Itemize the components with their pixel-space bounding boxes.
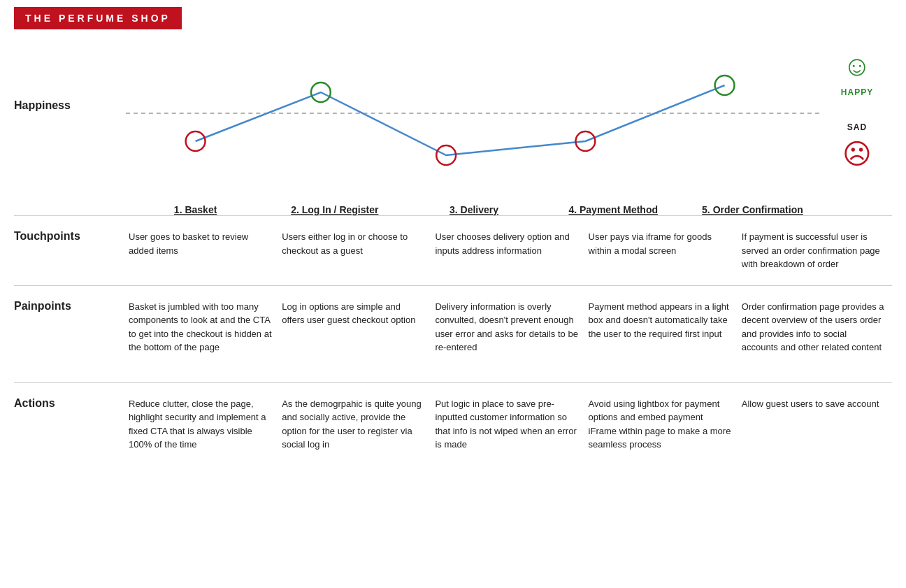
sad-emoji: ☹ bbox=[842, 138, 872, 170]
painpoints-cell-2: Log in options are simple and offers use… bbox=[279, 297, 432, 357]
touchpoints-cell-3: User chooses delivery option and inputs … bbox=[432, 227, 585, 274]
actions-row: Actions Reduce clutter, close the page, … bbox=[14, 382, 892, 466]
chart-area bbox=[126, 43, 822, 197]
logo-box: THE PERFUME SHOP bbox=[14, 7, 182, 29]
painpoints-cell-5: Order confirmation page provides a decen… bbox=[739, 297, 892, 357]
happy-emoji: ☺ bbox=[843, 50, 872, 82]
happiness-label: Happiness bbox=[14, 43, 126, 112]
touchpoints-cell-4: User pays via iframe for goods within a … bbox=[586, 227, 739, 274]
actions-cell-5: Allow guest users to save account bbox=[739, 394, 892, 454]
header: THE PERFUME SHOP bbox=[0, 0, 906, 36]
actions-cell-3: Put logic in place to save pre-inputted … bbox=[432, 394, 585, 454]
happy-label: HAPPY bbox=[841, 87, 873, 97]
happiness-row: Happiness ☺ bbox=[14, 43, 892, 197]
painpoints-cell-1: Basket is jumbled with too many componen… bbox=[126, 297, 279, 357]
painpoints-cell-4: Payment method appears in a light box an… bbox=[586, 297, 739, 357]
step-label-5: 5. Order Confirmation bbox=[702, 204, 803, 215]
step-col-4: 4. Payment Method bbox=[544, 204, 683, 215]
actions-cell-1: Reduce clutter, close the page, highligh… bbox=[126, 394, 279, 454]
main-content: Happiness ☺ bbox=[0, 36, 906, 480]
svg-point-5 bbox=[715, 76, 735, 95]
touchpoints-cell-1: User goes to basket to review added item… bbox=[126, 227, 279, 274]
step-col-5: 5. Order Confirmation bbox=[683, 204, 822, 215]
step-label-2: 2. Log In / Register bbox=[291, 204, 378, 215]
sad-label: SAD bbox=[847, 122, 867, 132]
painpoints-content: Basket is jumbled with too many componen… bbox=[126, 297, 892, 357]
step-label-3: 3. Delivery bbox=[450, 204, 498, 215]
happiness-chart bbox=[126, 43, 822, 197]
touchpoints-content: User goes to basket to review added item… bbox=[126, 227, 892, 274]
touchpoints-row: Touchpoints User goes to basket to revie… bbox=[14, 215, 892, 285]
actions-cell-4: Avoid using lightbox for payment options… bbox=[586, 394, 739, 454]
step-label-1: 1. Basket bbox=[174, 204, 217, 215]
actions-label: Actions bbox=[14, 394, 126, 454]
painpoints-row: Painpoints Basket is jumbled with too ma… bbox=[14, 285, 892, 368]
logo-text: THE PERFUME SHOP bbox=[25, 13, 171, 24]
touchpoints-cell-2: Users either log in or choose to checkou… bbox=[279, 227, 432, 274]
actions-cell-2: As the demogrpahic is quite young and so… bbox=[279, 394, 432, 454]
legend: ☺ HAPPY SAD ☹ bbox=[822, 43, 892, 170]
painpoints-cell-3: Delivery information is overly convulted… bbox=[432, 297, 585, 357]
touchpoints-label: Touchpoints bbox=[14, 227, 126, 274]
step-col-3: 3. Delivery bbox=[404, 204, 543, 215]
touchpoints-cell-5: If payment is successful user is served … bbox=[739, 227, 892, 274]
steps-area: 1. Basket 2. Log In / Register 3. Delive… bbox=[126, 204, 822, 215]
actions-content: Reduce clutter, close the page, highligh… bbox=[126, 394, 892, 454]
step-label-4: 4. Payment Method bbox=[568, 204, 658, 215]
painpoints-label: Painpoints bbox=[14, 297, 126, 357]
step-col-1: 1. Basket bbox=[126, 204, 265, 215]
step-col-2: 2. Log In / Register bbox=[265, 204, 404, 215]
